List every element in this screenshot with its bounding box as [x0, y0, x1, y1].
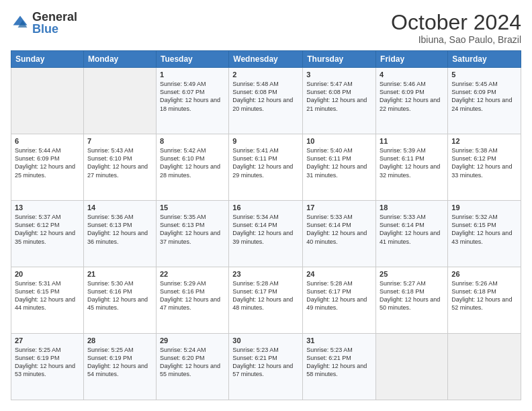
cell-content: Sunrise: 5:41 AMSunset: 6:11 PMDaylight:… [232, 146, 299, 179]
cell-content: Sunrise: 5:44 AMSunset: 6:09 PMDaylight:… [15, 146, 80, 179]
page: General Blue October 2024 Ibiuna, Sao Pa… [0, 0, 532, 411]
cell-content: Sunrise: 5:33 AMSunset: 6:14 PMDaylight:… [306, 213, 372, 246]
cell-content: Sunrise: 5:40 AMSunset: 6:11 PMDaylight:… [306, 146, 372, 179]
day-number: 4 [380, 71, 444, 79]
day-number: 18 [380, 203, 444, 212]
day-number: 7 [87, 137, 152, 145]
weekday-header-friday: Friday [376, 51, 448, 68]
day-number: 21 [87, 270, 152, 278]
calendar-cell: 19Sunrise: 5:32 AMSunset: 6:15 PMDayligh… [448, 201, 521, 267]
day-number: 23 [232, 270, 299, 278]
calendar-cell [83, 68, 156, 134]
day-number: 31 [306, 336, 372, 345]
week-row-0: 1Sunrise: 5:49 AMSunset: 6:07 PMDaylight… [11, 68, 521, 134]
calendar-cell: 4Sunrise: 5:46 AMSunset: 6:09 PMDaylight… [376, 68, 448, 134]
day-number: 8 [160, 137, 225, 145]
cell-content: Sunrise: 5:47 AMSunset: 6:08 PMDaylight:… [306, 80, 372, 113]
day-number: 15 [160, 203, 225, 212]
calendar-cell: 22Sunrise: 5:29 AMSunset: 6:16 PMDayligh… [156, 267, 228, 334]
cell-content: Sunrise: 5:34 AMSunset: 6:14 PMDaylight:… [232, 213, 299, 246]
cell-content: Sunrise: 5:25 AMSunset: 6:19 PMDaylight:… [87, 346, 152, 379]
day-number: 11 [380, 137, 444, 145]
calendar-cell: 23Sunrise: 5:28 AMSunset: 6:17 PMDayligh… [229, 267, 303, 334]
calendar-cell [11, 68, 84, 134]
calendar-cell: 31Sunrise: 5:23 AMSunset: 6:21 PMDayligh… [303, 334, 376, 400]
weekday-header-row: SundayMondayTuesdayWednesdayThursdayFrid… [11, 51, 521, 68]
calendar-cell: 28Sunrise: 5:25 AMSunset: 6:19 PMDayligh… [83, 334, 156, 400]
calendar-cell: 6Sunrise: 5:44 AMSunset: 6:09 PMDaylight… [11, 134, 84, 201]
calendar-cell [448, 334, 521, 400]
cell-content: Sunrise: 5:26 AMSunset: 6:18 PMDaylight:… [451, 279, 517, 312]
week-row-4: 27Sunrise: 5:25 AMSunset: 6:19 PMDayligh… [11, 334, 521, 400]
day-number: 2 [232, 71, 299, 79]
cell-content: Sunrise: 5:42 AMSunset: 6:10 PMDaylight:… [160, 146, 225, 179]
cell-content: Sunrise: 5:23 AMSunset: 6:21 PMDaylight:… [306, 346, 372, 379]
day-number: 25 [380, 270, 444, 278]
cell-content: Sunrise: 5:32 AMSunset: 6:15 PMDaylight:… [451, 213, 517, 246]
cell-content: Sunrise: 5:29 AMSunset: 6:16 PMDaylight:… [160, 279, 225, 312]
calendar-cell: 15Sunrise: 5:35 AMSunset: 6:13 PMDayligh… [156, 201, 228, 267]
calendar-cell: 13Sunrise: 5:37 AMSunset: 6:12 PMDayligh… [11, 201, 84, 267]
calendar-cell: 9Sunrise: 5:41 AMSunset: 6:11 PMDaylight… [229, 134, 303, 201]
calendar-cell: 1Sunrise: 5:49 AMSunset: 6:07 PMDaylight… [156, 68, 228, 134]
cell-content: Sunrise: 5:43 AMSunset: 6:10 PMDaylight:… [87, 146, 152, 179]
cell-content: Sunrise: 5:24 AMSunset: 6:20 PMDaylight:… [160, 346, 225, 379]
logo-general-text: General [32, 10, 77, 24]
svg-marker-0 [13, 16, 28, 26]
calendar-cell: 2Sunrise: 5:48 AMSunset: 6:08 PMDaylight… [229, 68, 303, 134]
calendar-cell: 24Sunrise: 5:28 AMSunset: 6:17 PMDayligh… [303, 267, 376, 334]
calendar-cell: 27Sunrise: 5:25 AMSunset: 6:19 PMDayligh… [11, 334, 84, 400]
cell-content: Sunrise: 5:31 AMSunset: 6:15 PMDaylight:… [15, 279, 80, 312]
cell-content: Sunrise: 5:39 AMSunset: 6:11 PMDaylight:… [380, 146, 444, 179]
calendar-cell: 7Sunrise: 5:43 AMSunset: 6:10 PMDaylight… [83, 134, 156, 201]
day-number: 6 [15, 137, 80, 145]
day-number: 28 [87, 336, 152, 345]
cell-content: Sunrise: 5:49 AMSunset: 6:07 PMDaylight:… [160, 80, 225, 113]
calendar-cell: 20Sunrise: 5:31 AMSunset: 6:15 PMDayligh… [11, 267, 84, 334]
cell-content: Sunrise: 5:27 AMSunset: 6:18 PMDaylight:… [380, 279, 444, 312]
calendar-cell: 5Sunrise: 5:45 AMSunset: 6:09 PMDaylight… [448, 68, 521, 134]
cell-content: Sunrise: 5:30 AMSunset: 6:16 PMDaylight:… [87, 279, 152, 312]
logo-blue-text: Blue [32, 22, 58, 36]
cell-content: Sunrise: 5:48 AMSunset: 6:08 PMDaylight:… [232, 80, 299, 113]
weekday-header-thursday: Thursday [303, 51, 376, 68]
cell-content: Sunrise: 5:33 AMSunset: 6:14 PMDaylight:… [380, 213, 444, 246]
day-number: 9 [232, 137, 299, 145]
day-number: 10 [306, 137, 372, 145]
weekday-header-monday: Monday [83, 51, 156, 68]
week-row-1: 6Sunrise: 5:44 AMSunset: 6:09 PMDaylight… [11, 134, 521, 201]
calendar-cell: 18Sunrise: 5:33 AMSunset: 6:14 PMDayligh… [376, 201, 448, 267]
day-number: 30 [232, 336, 299, 345]
calendar-cell: 30Sunrise: 5:23 AMSunset: 6:21 PMDayligh… [229, 334, 303, 400]
day-number: 27 [15, 336, 80, 345]
calendar-cell: 25Sunrise: 5:27 AMSunset: 6:18 PMDayligh… [376, 267, 448, 334]
calendar-cell: 14Sunrise: 5:36 AMSunset: 6:13 PMDayligh… [83, 201, 156, 267]
cell-content: Sunrise: 5:46 AMSunset: 6:09 PMDaylight:… [380, 80, 444, 113]
weekday-header-sunday: Sunday [11, 51, 84, 68]
month-title: October 2024 [391, 11, 521, 34]
location: Ibiuna, Sao Paulo, Brazil [391, 34, 521, 45]
day-number: 12 [451, 137, 517, 145]
logo-icon [11, 13, 30, 32]
day-number: 16 [232, 203, 299, 212]
calendar-cell: 29Sunrise: 5:24 AMSunset: 6:20 PMDayligh… [156, 334, 228, 400]
cell-content: Sunrise: 5:28 AMSunset: 6:17 PMDaylight:… [232, 279, 299, 312]
week-row-2: 13Sunrise: 5:37 AMSunset: 6:12 PMDayligh… [11, 201, 521, 267]
day-number: 26 [451, 270, 517, 278]
calendar-table: SundayMondayTuesdayWednesdayThursdayFrid… [11, 50, 521, 400]
calendar-cell: 12Sunrise: 5:38 AMSunset: 6:12 PMDayligh… [448, 134, 521, 201]
calendar-cell: 21Sunrise: 5:30 AMSunset: 6:16 PMDayligh… [83, 267, 156, 334]
day-number: 17 [306, 203, 372, 212]
day-number: 3 [306, 71, 372, 79]
calendar-cell: 10Sunrise: 5:40 AMSunset: 6:11 PMDayligh… [303, 134, 376, 201]
weekday-header-wednesday: Wednesday [229, 51, 303, 68]
day-number: 20 [15, 270, 80, 278]
header: General Blue October 2024 Ibiuna, Sao Pa… [11, 11, 521, 45]
day-number: 1 [160, 71, 225, 79]
cell-content: Sunrise: 5:25 AMSunset: 6:19 PMDaylight:… [15, 346, 80, 379]
calendar-cell: 11Sunrise: 5:39 AMSunset: 6:11 PMDayligh… [376, 134, 448, 201]
day-number: 22 [160, 270, 225, 278]
calendar-cell: 16Sunrise: 5:34 AMSunset: 6:14 PMDayligh… [229, 201, 303, 267]
day-number: 29 [160, 336, 225, 345]
day-number: 14 [87, 203, 152, 212]
